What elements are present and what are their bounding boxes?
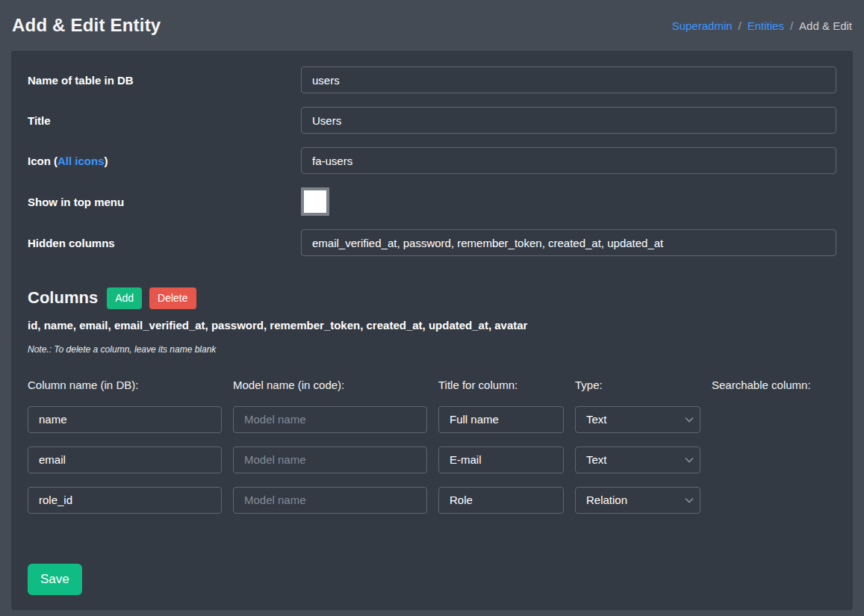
type-select[interactable]: Relation [575, 487, 700, 514]
page-title: Add & Edit Entity [12, 15, 161, 36]
icon-label-prefix: Icon ( [28, 155, 58, 167]
add-column-button[interactable]: Add [107, 287, 142, 309]
form-row-table-name: Name of table in DB [28, 66, 836, 93]
form-row-icon: Icon (All icons) [28, 147, 836, 174]
table-name-label: Name of table in DB [28, 74, 301, 87]
table-name-input[interactable] [301, 66, 836, 93]
columns-section-header: Columns Add Delete [28, 287, 836, 309]
save-button[interactable]: Save [28, 564, 82, 595]
title-input[interactable] [301, 107, 836, 134]
model-name-input[interactable] [233, 406, 427, 433]
header-title-for-column: Title for column: [438, 379, 564, 391]
hidden-columns-input[interactable] [301, 229, 836, 256]
breadcrumb-current: Add & Edit [799, 19, 852, 32]
breadcrumb-separator: / [739, 19, 742, 32]
columns-table-header-row: Column name (in DB): Model name (in code… [28, 379, 836, 391]
model-name-input[interactable] [233, 487, 427, 514]
icon-input[interactable] [301, 147, 836, 174]
model-name-input[interactable] [233, 447, 427, 473]
type-select-wrap: Relation [575, 487, 700, 514]
column-name-input[interactable] [28, 447, 222, 473]
form-row-show-in-top-menu: Show in top menu [28, 187, 836, 216]
hidden-columns-label: Hidden columns [28, 237, 301, 249]
topbar: Add & Edit Entity Superadmin / Entities … [0, 0, 864, 51]
column-row: Text [28, 406, 836, 433]
column-title-input[interactable] [438, 487, 564, 514]
breadcrumb-link-entities[interactable]: Entities [748, 19, 784, 32]
existing-columns-list: id, name, email, email_verified_at, pass… [28, 319, 836, 332]
type-select-wrap: Text [575, 406, 700, 433]
title-label: Title [28, 114, 301, 127]
columns-heading: Columns [28, 288, 98, 308]
icon-label: Icon (All icons) [28, 155, 301, 167]
entity-form-card: Name of table in DB Title Icon (All icon… [11, 51, 853, 610]
type-select[interactable]: Text [575, 406, 700, 433]
show-in-top-menu-checkbox[interactable] [301, 187, 329, 216]
column-title-input[interactable] [438, 447, 564, 473]
form-row-hidden-columns: Hidden columns [28, 229, 836, 256]
form-row-title: Title [28, 107, 836, 134]
header-searchable-column: Searchable column: [712, 379, 836, 391]
column-row: Relation [28, 487, 836, 514]
column-row: Text [28, 447, 836, 473]
delete-column-note: Note.: To delete a column, leave its nam… [28, 344, 836, 355]
type-select[interactable]: Text [575, 447, 700, 473]
delete-column-button[interactable]: Delete [149, 287, 196, 309]
column-title-input[interactable] [438, 406, 564, 433]
column-name-input[interactable] [28, 406, 222, 433]
show-in-top-menu-label: Show in top menu [28, 196, 301, 208]
breadcrumb: Superadmin / Entities / Add & Edit [672, 19, 852, 32]
icon-label-suffix: ) [105, 155, 108, 167]
column-name-input[interactable] [28, 487, 222, 514]
type-select-wrap: Text [575, 447, 700, 473]
breadcrumb-separator: / [790, 19, 793, 32]
header-type: Type: [575, 379, 700, 391]
header-model-name: Model name (in code): [233, 379, 427, 391]
header-column-name: Column name (in DB): [28, 379, 222, 391]
breadcrumb-link-superadmin[interactable]: Superadmin [672, 19, 733, 32]
all-icons-link[interactable]: All icons [58, 155, 105, 167]
